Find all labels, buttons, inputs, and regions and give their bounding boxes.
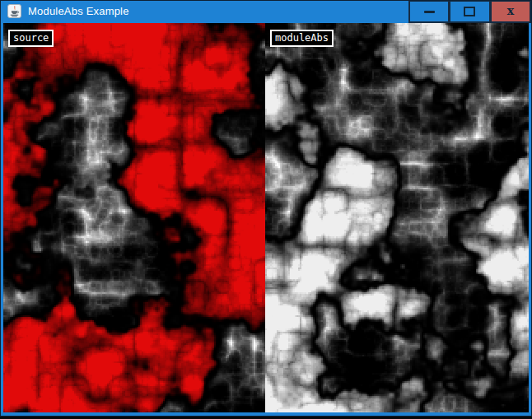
- moduleabs-panel: moduleAbs: [265, 23, 529, 412]
- maximize-button[interactable]: [450, 2, 488, 21]
- source-panel: source: [3, 23, 265, 412]
- source-noise-image: [3, 23, 265, 412]
- minimize-icon: [424, 11, 435, 13]
- window-frame: ModuleAbs Example x source module: [0, 0, 532, 417]
- window-title: ModuleAbs Example: [28, 1, 129, 23]
- app-window: ModuleAbs Example x source module: [0, 0, 532, 419]
- render-area: source moduleAbs: [3, 23, 529, 412]
- moduleabs-noise-image: [265, 23, 529, 412]
- close-icon: x: [507, 5, 514, 16]
- maximize-icon: [464, 7, 475, 16]
- moduleabs-label: moduleAbs: [270, 30, 334, 47]
- titlebar[interactable]: ModuleAbs Example x: [1, 1, 531, 23]
- source-label: source: [8, 30, 54, 47]
- java-coffee-cup-icon: [7, 4, 21, 18]
- window-controls: x: [408, 1, 531, 23]
- minimize-button[interactable]: [410, 2, 448, 21]
- close-button[interactable]: x: [492, 2, 530, 21]
